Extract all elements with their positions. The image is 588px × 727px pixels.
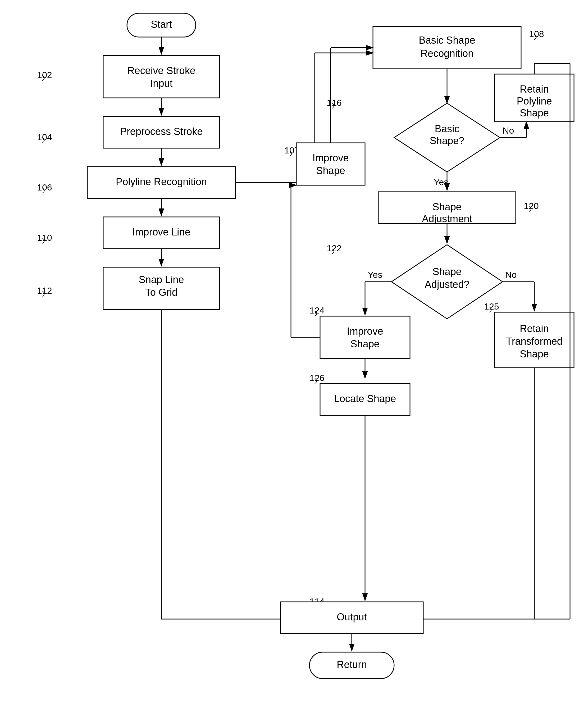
is124-label2: Shape xyxy=(351,338,380,350)
locate-shape-node: Locate Shape xyxy=(320,383,410,415)
improve-line-node: Improve Line xyxy=(103,217,219,249)
bsd-label: Basic xyxy=(435,123,459,134)
flowchart: Start 102 Receive Stroke Input 104 Prepr… xyxy=(0,0,588,727)
is107-label2: Shape xyxy=(316,165,345,176)
bsr-label: Basic Shape xyxy=(419,35,475,46)
sa-label: Shape xyxy=(433,201,462,212)
output-node: Output xyxy=(280,602,423,633)
rps-label: Retain xyxy=(520,84,549,95)
svg-rect-3 xyxy=(103,56,219,98)
rps-label2: Polyline xyxy=(517,96,552,107)
retain-transformed-node: Retain Transformed Shape xyxy=(495,312,574,368)
return-node: Return xyxy=(310,652,394,679)
svg-rect-34 xyxy=(320,316,410,358)
basic-shape-diamond: Basic Shape? xyxy=(394,103,500,172)
improve-shape-107-node: Improve Shape xyxy=(296,143,365,185)
preprocess-stroke-label: Preprocess Stroke xyxy=(120,126,203,137)
snap-line-to-grid-node: Snap Line To Grid xyxy=(103,267,219,310)
sa-label2: Adjustment xyxy=(422,213,472,224)
bsr-label2: Recognition xyxy=(421,48,474,59)
no-label-2: No xyxy=(505,270,517,279)
no-label-1: No xyxy=(503,125,514,136)
basic-shape-recognition-node: Basic Shape Recognition xyxy=(373,26,521,69)
polyline-recognition-label: Polyline Recognition xyxy=(116,176,207,187)
snap-line-label: Snap Line xyxy=(139,274,184,285)
improve-line-label: Improve Line xyxy=(132,226,190,237)
rps-label3: Shape xyxy=(520,107,549,119)
svg-rect-19 xyxy=(296,143,365,185)
start-label: Start xyxy=(151,19,172,30)
rts-label: Retain xyxy=(520,323,549,334)
improve-shape-124-node: Improve Shape xyxy=(320,316,410,358)
svg-rect-17 xyxy=(373,26,521,69)
snap-line-label2: To Grid xyxy=(145,287,177,298)
sad-label: Shape xyxy=(433,266,462,277)
receive-stroke-node: Receive Stroke Input xyxy=(103,56,219,98)
yes-label-1: Yes xyxy=(434,177,448,187)
yes-label-2: Yes xyxy=(368,270,382,279)
bsd-label2: Shape? xyxy=(429,135,464,146)
rts-label3: Shape xyxy=(520,348,549,359)
is107-label: Improve xyxy=(312,152,349,164)
is124-label: Improve xyxy=(347,326,383,337)
receive-stroke-label2: Input xyxy=(150,78,173,89)
return-label: Return xyxy=(337,659,367,670)
retain-polyline-node: Retain Polyline Shape xyxy=(495,74,574,122)
polyline-recognition-node: Polyline Recognition xyxy=(87,167,235,199)
shape-adjustment-node: Shape Adjustment xyxy=(378,192,516,224)
sad-label2: Adjusted? xyxy=(424,279,469,290)
receive-stroke-label: Receive Stroke xyxy=(127,65,195,76)
rts-label2: Transformed xyxy=(506,336,563,347)
start-node: Start xyxy=(127,13,196,37)
preprocess-stroke-node: Preprocess Stroke xyxy=(103,117,219,148)
output-label: Output xyxy=(337,611,367,623)
ls-label: Locate Shape xyxy=(334,393,396,404)
